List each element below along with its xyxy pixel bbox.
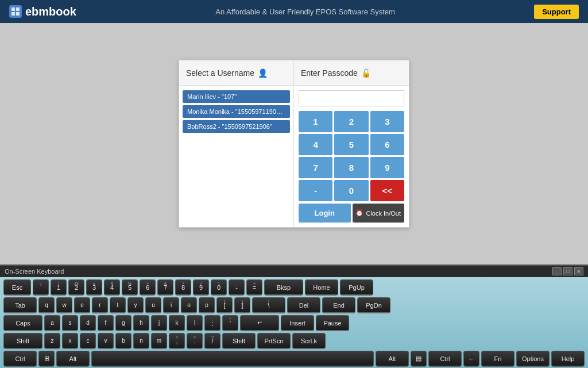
key-h[interactable]: h [133, 315, 149, 331]
key-x[interactable]: x [62, 333, 78, 349]
key-home[interactable]: Home [305, 279, 338, 296]
num-4[interactable]: 4 [299, 134, 332, 155]
key-insert[interactable]: Insert [281, 315, 314, 331]
key-prtscn[interactable]: PrtScn [257, 333, 291, 349]
key-comma[interactable]: <, [169, 333, 185, 349]
key-del[interactable]: Del [287, 297, 320, 313]
key-options[interactable]: Options [516, 351, 550, 367]
key-l[interactable]: l [187, 315, 203, 331]
key-i[interactable]: i [163, 297, 179, 313]
key-alt-right[interactable]: Alt [376, 351, 409, 367]
username-section: Select a Username 👤 Marin Iliev - "107" … [179, 60, 294, 227]
key-quote[interactable]: "' [222, 315, 238, 331]
key-a[interactable]: a [44, 315, 60, 331]
key-j[interactable]: j [151, 315, 167, 331]
user-item-0[interactable]: Marin Iliev - "107" [183, 90, 290, 103]
key-7[interactable]: &7 [157, 279, 173, 296]
key-ctrl-left[interactable]: Ctrl [3, 351, 37, 367]
key-ctrl-right[interactable]: Ctrl [428, 351, 462, 367]
key-semicolon[interactable]: :; [204, 315, 220, 331]
key-b[interactable]: b [115, 333, 131, 349]
key-r[interactable]: r [92, 297, 108, 313]
clock-inout-button[interactable]: ⏰ Clock In/Out [353, 204, 405, 223]
key-p[interactable]: p [199, 297, 215, 313]
key-u[interactable]: u [145, 297, 161, 313]
key-win[interactable]: ⊞ [38, 351, 55, 367]
backspace-button[interactable]: << [370, 180, 404, 201]
key-k[interactable]: k [169, 315, 185, 331]
key-end[interactable]: End [322, 297, 355, 313]
key-equals[interactable]: += [246, 279, 262, 296]
key-e[interactable]: e [74, 297, 90, 313]
key-c[interactable]: c [80, 333, 96, 349]
key-alt-left[interactable]: Alt [56, 351, 90, 367]
key-m[interactable]: m [151, 333, 167, 349]
username-header: Select a Username 👤 [179, 60, 293, 86]
key-space[interactable] [91, 351, 374, 367]
key-3[interactable]: #3 [86, 279, 102, 296]
key-f[interactable]: f [98, 315, 114, 331]
key-backslash[interactable]: |\ [252, 297, 285, 313]
svg-rect-2 [11, 12, 15, 16]
kb-close[interactable]: ✕ [574, 267, 583, 275]
support-button[interactable]: Support [534, 5, 579, 19]
num-dash[interactable]: - [299, 180, 332, 201]
num-6[interactable]: 6 [370, 134, 404, 155]
key-v[interactable]: v [98, 333, 114, 349]
key-scrlk[interactable]: ScrLk [292, 333, 326, 349]
num-5[interactable]: 5 [334, 134, 368, 155]
key-fn[interactable]: Fn [481, 351, 514, 367]
key-d[interactable]: d [80, 315, 96, 331]
num-2[interactable]: 2 [334, 111, 368, 132]
key-period[interactable]: >. [187, 333, 203, 349]
num-3[interactable]: 3 [370, 111, 404, 132]
key-z[interactable]: z [44, 333, 60, 349]
key-1[interactable]: !1 [51, 279, 67, 296]
key-tab[interactable]: Tab [3, 297, 37, 313]
key-bracket-close[interactable]: }] [234, 297, 250, 313]
key-s[interactable]: s [62, 315, 78, 331]
user-item-2[interactable]: BobRoss2 - "1550597521906" [183, 120, 290, 133]
num-0[interactable]: 0 [334, 180, 368, 201]
kb-minimize[interactable]: _ [552, 267, 562, 275]
num-8[interactable]: 8 [334, 157, 368, 178]
num-9[interactable]: 9 [370, 157, 404, 178]
key-arrow-left[interactable]: ← [463, 351, 479, 367]
key-slash[interactable]: ?/ [204, 333, 220, 349]
key-2[interactable]: @2 [68, 279, 84, 296]
key-y[interactable]: y [127, 297, 144, 313]
key-w[interactable]: w [56, 297, 72, 313]
key-backspace[interactable]: Bksp [264, 279, 303, 296]
key-pgup[interactable]: PgUp [340, 279, 373, 296]
key-pgdn[interactable]: PgDn [357, 297, 390, 313]
num-1[interactable]: 1 [299, 111, 332, 132]
numpad: 1 2 3 4 5 6 7 8 9 - 0 << [294, 111, 409, 204]
key-esc[interactable]: Esc [3, 279, 31, 296]
key-5[interactable]: %5 [122, 279, 138, 296]
key-minus[interactable]: _- [229, 279, 245, 296]
kb-maximize[interactable]: □ [563, 267, 572, 275]
key-tilde[interactable]: ~` [33, 279, 49, 296]
key-o[interactable]: o [181, 297, 197, 313]
key-q[interactable]: q [38, 297, 55, 313]
key-help[interactable]: Help [551, 351, 585, 367]
key-pause[interactable]: Pause [316, 315, 349, 331]
key-shift-left[interactable]: Shift [3, 333, 42, 349]
key-4[interactable]: $4 [104, 279, 120, 296]
key-0[interactable]: )0 [211, 279, 227, 296]
key-n[interactable]: n [133, 333, 149, 349]
key-9[interactable]: (9 [193, 279, 209, 296]
key-enter[interactable]: ↵ [240, 315, 279, 331]
user-item-1[interactable]: Monika Monika - "1550597119052" [183, 105, 290, 118]
key-8[interactable]: *8 [175, 279, 191, 296]
key-t[interactable]: t [110, 297, 126, 313]
key-menu[interactable]: ▤ [411, 351, 427, 367]
kb-row-5: Ctrl ⊞ Alt Alt ▤ Ctrl ← Fn Options Help [3, 351, 585, 367]
key-caps[interactable]: Caps [3, 315, 42, 331]
key-bracket-open[interactable]: {[ [216, 297, 233, 313]
key-g[interactable]: g [115, 315, 131, 331]
key-6[interactable]: ^6 [140, 279, 156, 296]
num-7[interactable]: 7 [299, 157, 332, 178]
key-shift-right[interactable]: Shift [222, 333, 256, 349]
login-button[interactable]: Login [299, 204, 351, 223]
